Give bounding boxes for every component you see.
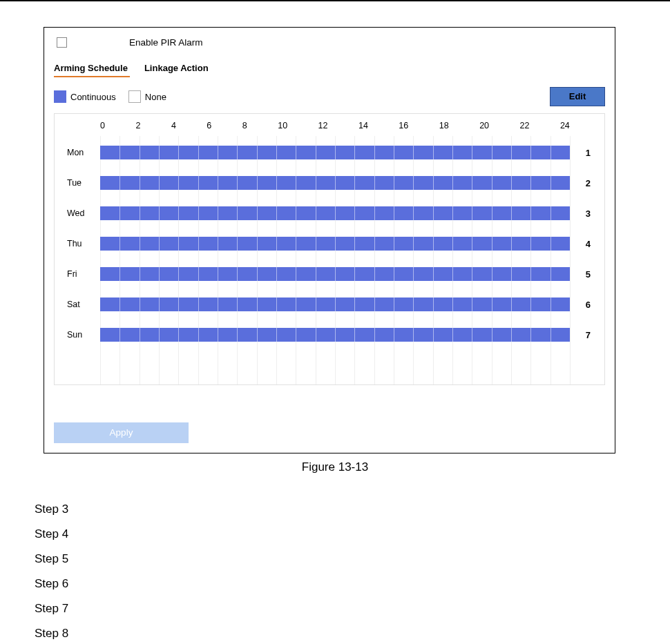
step-item: Step 6 [35, 572, 68, 596]
day-index: 1 [577, 148, 591, 158]
day-label: Fri [67, 269, 95, 279]
schedule-row[interactable]: Sat6 [100, 289, 570, 320]
legend-label-continuous: Continuous [70, 92, 116, 102]
hour-tick: 12 [318, 121, 328, 130]
schedule-bar[interactable] [100, 146, 570, 159]
step-item: Step 7 [35, 596, 68, 621]
day-index: 2 [577, 178, 591, 188]
schedule-bar[interactable] [100, 297, 570, 311]
tabs: Arming Schedule Linkage Action [54, 63, 605, 77]
legend-swatch-continuous [54, 90, 66, 103]
schedule-row[interactable]: Mon1 [100, 137, 570, 168]
schedule-row[interactable]: Tue2 [100, 168, 570, 198]
hour-tick: 6 [207, 121, 211, 130]
step-item: Step 5 [35, 547, 68, 572]
step-item: Step 8 [35, 621, 68, 644]
steps-list: Step 3Step 4Step 5Step 6Step 7Step 8 [35, 497, 68, 644]
edit-button[interactable]: Edit [550, 87, 605, 106]
schedule-bar[interactable] [100, 237, 570, 251]
day-index: 4 [577, 239, 591, 249]
hours-header: 024681012141618202224 [100, 121, 570, 130]
enable-pir-label: Enable PIR Alarm [129, 37, 203, 48]
schedule-row[interactable]: Wed3 [100, 198, 570, 228]
schedule-grid: 024681012141618202224 Mon1Tue2Wed3Thu4Fr… [54, 113, 605, 385]
hour-tick: 8 [242, 121, 247, 130]
hour-tick: 10 [278, 121, 287, 130]
day-label: Thu [67, 239, 95, 248]
day-label: Tue [67, 178, 95, 188]
day-label: Sun [67, 330, 95, 340]
day-index: 5 [577, 269, 591, 280]
hour-tick: 2 [135, 121, 140, 130]
day-index: 6 [577, 300, 591, 310]
legend-row: Continuous None Edit [54, 87, 605, 106]
hour-tick: 22 [520, 121, 530, 130]
legend-label-none: None [145, 92, 166, 102]
day-index: 3 [577, 208, 591, 219]
schedule-bar[interactable] [100, 328, 570, 342]
tab-arming-schedule[interactable]: Arming Schedule [54, 63, 128, 77]
schedule-bar[interactable] [100, 176, 570, 190]
hour-tick: 20 [479, 121, 489, 130]
day-label: Wed [67, 208, 95, 218]
hour-tick: 4 [171, 121, 176, 130]
enable-pir-checkbox[interactable] [57, 37, 67, 48]
enable-row: Enable PIR Alarm [54, 37, 605, 48]
step-item: Step 3 [35, 497, 68, 522]
day-label: Mon [67, 148, 95, 157]
day-label: Sat [67, 300, 95, 309]
legend-swatch-none [128, 90, 141, 103]
schedule-row[interactable]: Sun7 [100, 320, 570, 350]
schedule-bar[interactable] [100, 267, 570, 281]
schedule-row[interactable]: Thu4 [100, 228, 570, 259]
hour-tick: 14 [358, 121, 368, 130]
schedule-bar[interactable] [100, 206, 570, 220]
tab-linkage-action[interactable]: Linkage Action [144, 63, 209, 77]
hour-tick: 24 [560, 121, 570, 130]
hour-tick: 16 [399, 121, 408, 130]
schedule-row[interactable]: Fri5 [100, 259, 570, 289]
step-item: Step 4 [35, 522, 68, 547]
day-index: 7 [577, 330, 591, 340]
apply-button[interactable]: Apply [54, 422, 189, 443]
pir-alarm-panel: Enable PIR Alarm Arming Schedule Linkage… [44, 27, 615, 453]
figure-caption: Figure 13-13 [0, 460, 670, 474]
hour-tick: 0 [100, 121, 105, 130]
hour-tick: 18 [439, 121, 449, 130]
